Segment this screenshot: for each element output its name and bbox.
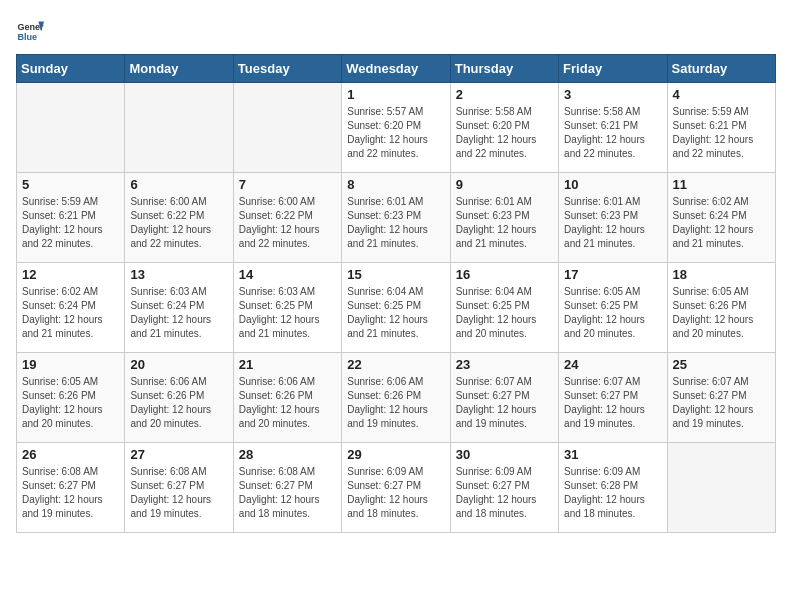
day-number: 1	[347, 87, 444, 102]
calendar-cell: 16Sunrise: 6:04 AM Sunset: 6:25 PM Dayli…	[450, 263, 558, 353]
calendar-cell: 22Sunrise: 6:06 AM Sunset: 6:26 PM Dayli…	[342, 353, 450, 443]
day-info: Sunrise: 6:05 AM Sunset: 6:26 PM Dayligh…	[22, 375, 119, 431]
day-number: 16	[456, 267, 553, 282]
day-info: Sunrise: 6:05 AM Sunset: 6:26 PM Dayligh…	[673, 285, 770, 341]
calendar-cell: 14Sunrise: 6:03 AM Sunset: 6:25 PM Dayli…	[233, 263, 341, 353]
calendar-cell: 2Sunrise: 5:58 AM Sunset: 6:20 PM Daylig…	[450, 83, 558, 173]
calendar-cell: 7Sunrise: 6:00 AM Sunset: 6:22 PM Daylig…	[233, 173, 341, 263]
day-number: 18	[673, 267, 770, 282]
day-info: Sunrise: 6:01 AM Sunset: 6:23 PM Dayligh…	[347, 195, 444, 251]
weekday-header-saturday: Saturday	[667, 55, 775, 83]
logo: General Blue	[16, 16, 44, 44]
day-number: 26	[22, 447, 119, 462]
day-info: Sunrise: 6:02 AM Sunset: 6:24 PM Dayligh…	[673, 195, 770, 251]
calendar-week-row: 26Sunrise: 6:08 AM Sunset: 6:27 PM Dayli…	[17, 443, 776, 533]
calendar-cell: 8Sunrise: 6:01 AM Sunset: 6:23 PM Daylig…	[342, 173, 450, 263]
day-number: 2	[456, 87, 553, 102]
day-info: Sunrise: 6:03 AM Sunset: 6:25 PM Dayligh…	[239, 285, 336, 341]
day-info: Sunrise: 6:07 AM Sunset: 6:27 PM Dayligh…	[456, 375, 553, 431]
calendar-week-row: 19Sunrise: 6:05 AM Sunset: 6:26 PM Dayli…	[17, 353, 776, 443]
calendar-cell: 17Sunrise: 6:05 AM Sunset: 6:25 PM Dayli…	[559, 263, 667, 353]
day-number: 22	[347, 357, 444, 372]
day-number: 23	[456, 357, 553, 372]
day-info: Sunrise: 6:04 AM Sunset: 6:25 PM Dayligh…	[347, 285, 444, 341]
svg-text:Blue: Blue	[17, 32, 37, 42]
day-info: Sunrise: 6:06 AM Sunset: 6:26 PM Dayligh…	[239, 375, 336, 431]
day-info: Sunrise: 6:00 AM Sunset: 6:22 PM Dayligh…	[130, 195, 227, 251]
day-info: Sunrise: 6:01 AM Sunset: 6:23 PM Dayligh…	[456, 195, 553, 251]
calendar-cell: 3Sunrise: 5:58 AM Sunset: 6:21 PM Daylig…	[559, 83, 667, 173]
calendar-cell: 12Sunrise: 6:02 AM Sunset: 6:24 PM Dayli…	[17, 263, 125, 353]
day-info: Sunrise: 6:08 AM Sunset: 6:27 PM Dayligh…	[239, 465, 336, 521]
day-number: 20	[130, 357, 227, 372]
calendar-cell: 28Sunrise: 6:08 AM Sunset: 6:27 PM Dayli…	[233, 443, 341, 533]
day-number: 28	[239, 447, 336, 462]
day-number: 9	[456, 177, 553, 192]
day-info: Sunrise: 6:06 AM Sunset: 6:26 PM Dayligh…	[130, 375, 227, 431]
calendar-cell: 30Sunrise: 6:09 AM Sunset: 6:27 PM Dayli…	[450, 443, 558, 533]
weekday-header-friday: Friday	[559, 55, 667, 83]
day-info: Sunrise: 6:07 AM Sunset: 6:27 PM Dayligh…	[673, 375, 770, 431]
day-number: 5	[22, 177, 119, 192]
calendar-cell: 10Sunrise: 6:01 AM Sunset: 6:23 PM Dayli…	[559, 173, 667, 263]
day-info: Sunrise: 5:58 AM Sunset: 6:21 PM Dayligh…	[564, 105, 661, 161]
calendar-cell: 15Sunrise: 6:04 AM Sunset: 6:25 PM Dayli…	[342, 263, 450, 353]
day-number: 14	[239, 267, 336, 282]
calendar-cell: 27Sunrise: 6:08 AM Sunset: 6:27 PM Dayli…	[125, 443, 233, 533]
day-number: 7	[239, 177, 336, 192]
calendar-cell	[667, 443, 775, 533]
calendar-cell: 18Sunrise: 6:05 AM Sunset: 6:26 PM Dayli…	[667, 263, 775, 353]
calendar-cell: 19Sunrise: 6:05 AM Sunset: 6:26 PM Dayli…	[17, 353, 125, 443]
logo-icon: General Blue	[16, 16, 44, 44]
day-info: Sunrise: 6:09 AM Sunset: 6:28 PM Dayligh…	[564, 465, 661, 521]
calendar-cell: 4Sunrise: 5:59 AM Sunset: 6:21 PM Daylig…	[667, 83, 775, 173]
weekday-header-sunday: Sunday	[17, 55, 125, 83]
day-info: Sunrise: 5:58 AM Sunset: 6:20 PM Dayligh…	[456, 105, 553, 161]
weekday-header-monday: Monday	[125, 55, 233, 83]
day-number: 25	[673, 357, 770, 372]
calendar-week-row: 12Sunrise: 6:02 AM Sunset: 6:24 PM Dayli…	[17, 263, 776, 353]
day-info: Sunrise: 6:09 AM Sunset: 6:27 PM Dayligh…	[456, 465, 553, 521]
calendar-cell: 9Sunrise: 6:01 AM Sunset: 6:23 PM Daylig…	[450, 173, 558, 263]
calendar-cell: 31Sunrise: 6:09 AM Sunset: 6:28 PM Dayli…	[559, 443, 667, 533]
day-info: Sunrise: 6:01 AM Sunset: 6:23 PM Dayligh…	[564, 195, 661, 251]
calendar-table: SundayMondayTuesdayWednesdayThursdayFrid…	[16, 54, 776, 533]
day-info: Sunrise: 6:03 AM Sunset: 6:24 PM Dayligh…	[130, 285, 227, 341]
weekday-header-row: SundayMondayTuesdayWednesdayThursdayFrid…	[17, 55, 776, 83]
day-info: Sunrise: 6:05 AM Sunset: 6:25 PM Dayligh…	[564, 285, 661, 341]
day-number: 19	[22, 357, 119, 372]
day-info: Sunrise: 6:08 AM Sunset: 6:27 PM Dayligh…	[22, 465, 119, 521]
weekday-header-wednesday: Wednesday	[342, 55, 450, 83]
day-number: 31	[564, 447, 661, 462]
weekday-header-tuesday: Tuesday	[233, 55, 341, 83]
day-info: Sunrise: 6:00 AM Sunset: 6:22 PM Dayligh…	[239, 195, 336, 251]
calendar-cell: 6Sunrise: 6:00 AM Sunset: 6:22 PM Daylig…	[125, 173, 233, 263]
day-number: 4	[673, 87, 770, 102]
day-number: 21	[239, 357, 336, 372]
day-info: Sunrise: 5:59 AM Sunset: 6:21 PM Dayligh…	[22, 195, 119, 251]
day-info: Sunrise: 5:59 AM Sunset: 6:21 PM Dayligh…	[673, 105, 770, 161]
calendar-cell: 25Sunrise: 6:07 AM Sunset: 6:27 PM Dayli…	[667, 353, 775, 443]
day-number: 12	[22, 267, 119, 282]
calendar-cell: 29Sunrise: 6:09 AM Sunset: 6:27 PM Dayli…	[342, 443, 450, 533]
day-number: 29	[347, 447, 444, 462]
calendar-cell: 21Sunrise: 6:06 AM Sunset: 6:26 PM Dayli…	[233, 353, 341, 443]
calendar-cell: 23Sunrise: 6:07 AM Sunset: 6:27 PM Dayli…	[450, 353, 558, 443]
day-info: Sunrise: 6:02 AM Sunset: 6:24 PM Dayligh…	[22, 285, 119, 341]
day-info: Sunrise: 6:06 AM Sunset: 6:26 PM Dayligh…	[347, 375, 444, 431]
weekday-header-thursday: Thursday	[450, 55, 558, 83]
day-number: 8	[347, 177, 444, 192]
day-info: Sunrise: 6:07 AM Sunset: 6:27 PM Dayligh…	[564, 375, 661, 431]
day-number: 30	[456, 447, 553, 462]
calendar-cell: 13Sunrise: 6:03 AM Sunset: 6:24 PM Dayli…	[125, 263, 233, 353]
day-number: 10	[564, 177, 661, 192]
day-number: 13	[130, 267, 227, 282]
calendar-cell: 20Sunrise: 6:06 AM Sunset: 6:26 PM Dayli…	[125, 353, 233, 443]
calendar-cell: 1Sunrise: 5:57 AM Sunset: 6:20 PM Daylig…	[342, 83, 450, 173]
day-number: 27	[130, 447, 227, 462]
day-number: 24	[564, 357, 661, 372]
calendar-cell	[125, 83, 233, 173]
day-number: 3	[564, 87, 661, 102]
calendar-week-row: 5Sunrise: 5:59 AM Sunset: 6:21 PM Daylig…	[17, 173, 776, 263]
day-info: Sunrise: 6:04 AM Sunset: 6:25 PM Dayligh…	[456, 285, 553, 341]
